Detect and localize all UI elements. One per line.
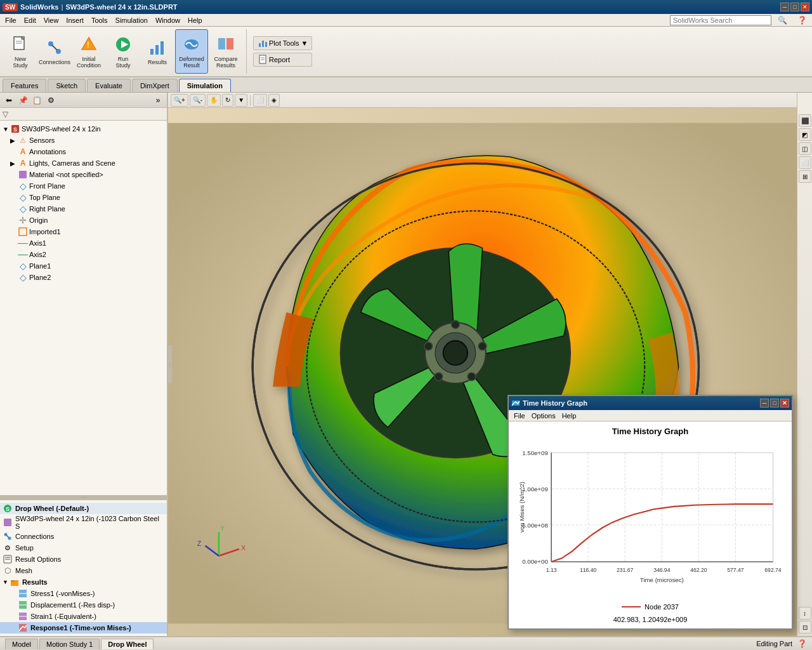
sim-material[interactable]: SW3dPS-wheel 24 x 12in (-1023 Carbon Ste…	[0, 514, 167, 531]
th-menu-help[interactable]: Help	[560, 412, 579, 420]
th-menu-options[interactable]: Options	[529, 412, 558, 420]
origin-icon: ✛	[18, 215, 28, 225]
menu-simulation[interactable]: Simulation	[112, 15, 152, 25]
tree-material[interactable]: Material <not specified>	[0, 169, 167, 180]
section-view-btn[interactable]: ⬜	[253, 94, 267, 107]
time-history-graph[interactable]: Time History Graph ─ □ ✕ File Options He…	[508, 395, 793, 630]
toolbar-new[interactable]: NewStudy	[4, 29, 37, 74]
menu-window[interactable]: Window	[152, 15, 184, 25]
viewport[interactable]: 🔍+ 🔍- ✋ ↻ ▼ ⬜ ◈	[168, 93, 812, 636]
toolbar-initial-condition[interactable]: ! InitialCondition	[72, 29, 105, 74]
tree-lights[interactable]: ▶ A Lights, Cameras and Scene	[0, 157, 167, 169]
maximize-button[interactable]: □	[790, 3, 799, 11]
sim-results-folder[interactable]: ▼ Results	[0, 576, 167, 588]
simulation-tree[interactable]: S Drop Wheel (-Default-) SW3dPS-wheel 24…	[0, 499, 167, 636]
tree-axis1[interactable]: — Axis1	[0, 237, 167, 249]
tab-motion-study[interactable]: Motion Study 1	[39, 639, 100, 649]
tree-annotations[interactable]: A Annotations	[0, 146, 167, 157]
view-options-btn[interactable]: ▼	[235, 94, 247, 107]
right-view-btn-5[interactable]: ⊞	[799, 170, 811, 183]
view-toolbar: 🔍+ 🔍- ✋ ↻ ▼ ⬜ ◈	[168, 93, 797, 108]
right-view-btn-4[interactable]: ⬜	[799, 156, 811, 169]
sim-stress1[interactable]: Stress1 (-vonMises-)	[0, 588, 167, 599]
th-maximize[interactable]: □	[770, 399, 779, 408]
menu-edit[interactable]: Edit	[20, 15, 40, 25]
panel-back-icon[interactable]: ⬅	[3, 94, 15, 107]
panel-expand-icon[interactable]: »	[152, 94, 164, 107]
toolbar-deformed-result[interactable]: DeformedResult	[175, 29, 208, 74]
plot-tools-button[interactable]: Plot Tools ▼	[253, 36, 312, 50]
toolbar-connections[interactable]: Connections	[38, 29, 71, 74]
tree-front-plane[interactable]: ◇ Front Plane	[0, 180, 167, 192]
zoom-out-btn[interactable]: 🔍-	[190, 94, 206, 107]
tab-drop-wheel[interactable]: Drop Wheel	[101, 639, 154, 649]
sim-setup[interactable]: ⚙ Setup	[0, 542, 167, 554]
th-menu-file[interactable]: File	[511, 412, 528, 420]
tree-right-plane[interactable]: ◇ Right Plane	[0, 203, 167, 215]
tree-annotations-label: Annotations	[29, 148, 66, 156]
tree-lights-expand[interactable]: ▶	[10, 160, 18, 167]
material-icon	[18, 169, 28, 180]
statusbar: Model Motion Study 1 Drop Wheel Editing …	[0, 636, 812, 650]
right-view-btn-1[interactable]: ⬛	[799, 114, 811, 127]
tree-plane2[interactable]: ◇ Plane2	[0, 272, 167, 283]
menu-help[interactable]: Help	[184, 15, 206, 25]
tree-root-icon: S	[10, 124, 20, 134]
tree-imported1[interactable]: Imported1	[0, 226, 167, 237]
right-view-btn-7[interactable]: ⊡	[799, 621, 811, 633]
sim-connections[interactable]: Connections	[0, 531, 167, 542]
menu-view[interactable]: View	[40, 15, 63, 25]
tab-model[interactable]: Model	[5, 639, 38, 649]
toolbar-run-study[interactable]: RunStudy	[107, 29, 140, 74]
zoom-in-btn[interactable]: 🔍+	[171, 94, 188, 107]
menu-tools[interactable]: Tools	[88, 15, 112, 25]
tab-features[interactable]: Features	[3, 79, 46, 92]
vertical-splitter[interactable]: ⋮	[168, 345, 172, 383]
sim-strain1[interactable]: Strain1 (-Equivalent-)	[0, 611, 167, 622]
status-help-icon[interactable]: ❓	[797, 639, 807, 648]
menu-file[interactable]: File	[1, 15, 20, 25]
panel-settings-icon[interactable]: ⚙	[44, 94, 57, 107]
tree-root[interactable]: ▼ S SW3dPS-wheel 24 x 12in	[0, 123, 167, 135]
panel-pin-icon[interactable]: 📌	[16, 94, 29, 107]
th-close[interactable]: ✕	[780, 399, 789, 408]
sim-displacement1[interactable]: Displacement1 (-Res disp-)	[0, 599, 167, 611]
tab-dimxpert[interactable]: DimXpert	[132, 79, 178, 92]
feature-tree[interactable]: ▼ S SW3dPS-wheel 24 x 12in ▶ ⚠ Sensors A…	[0, 121, 167, 495]
tab-evaluate[interactable]: Evaluate	[87, 79, 131, 92]
tree-plane1[interactable]: ◇ Plane1	[0, 260, 167, 272]
sim-response1[interactable]: Response1 (-Time-von Mises-)	[0, 622, 167, 633]
tree-top-plane[interactable]: ◇ Top Plane	[0, 192, 167, 203]
tree-sensors[interactable]: ▶ ⚠ Sensors	[0, 135, 167, 146]
right-view-btn-3[interactable]: ◫	[799, 142, 811, 155]
minimize-button[interactable]: ─	[780, 3, 789, 11]
panel-copy-icon[interactable]: 📋	[30, 94, 43, 107]
connections-label: Connections	[39, 59, 70, 65]
right-view-btn-2[interactable]: ◩	[799, 128, 811, 141]
right-view-btn-6[interactable]: ↕	[799, 607, 811, 620]
title-left: SW SolidWorks | SW3dPS-wheel 24 x 12in.S…	[3, 3, 178, 11]
tab-sketch[interactable]: Sketch	[48, 79, 86, 92]
th-titlebar: Time History Graph ─ □ ✕	[509, 396, 792, 410]
toolbar-results[interactable]: Results	[141, 29, 174, 74]
help-icon[interactable]: ❓	[794, 15, 811, 26]
sim-results-expand[interactable]: ▼	[3, 579, 8, 585]
pan-btn[interactable]: ✋	[207, 94, 221, 107]
tree-axis2[interactable]: — Axis2	[0, 249, 167, 260]
report-button[interactable]: Report	[253, 53, 312, 67]
search-icon[interactable]: 🔍	[774, 15, 791, 26]
render-btn[interactable]: ◈	[268, 94, 280, 107]
tree-root-expand[interactable]: ▼	[3, 126, 10, 133]
tree-origin[interactable]: ✛ Origin	[0, 215, 167, 226]
menu-insert[interactable]: Insert	[62, 15, 88, 25]
sim-mesh[interactable]: ⬡ Mesh	[0, 565, 167, 576]
sim-root[interactable]: S Drop Wheel (-Default-)	[0, 503, 167, 514]
close-button[interactable]: ✕	[801, 3, 809, 11]
sim-result-options[interactable]: Result Options	[0, 554, 167, 565]
tab-simulation[interactable]: Simulation	[179, 79, 231, 92]
tree-sensors-expand[interactable]: ▶	[10, 137, 18, 144]
toolbar-compare-results[interactable]: CompareResults	[209, 29, 242, 74]
rotate-btn[interactable]: ↻	[222, 94, 233, 107]
th-minimize[interactable]: ─	[760, 399, 769, 408]
search-input[interactable]	[670, 15, 771, 25]
